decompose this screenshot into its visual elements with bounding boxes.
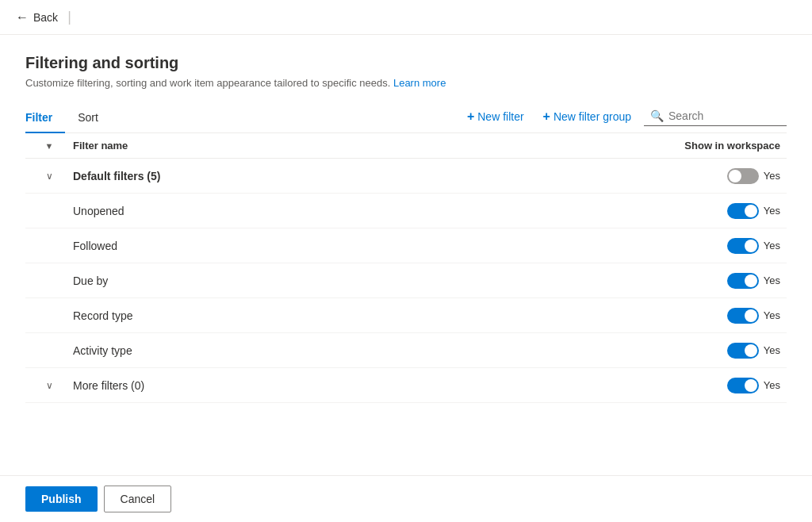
toggle-knob-activity-type bbox=[745, 344, 757, 357]
row-name-record-type: Record type bbox=[73, 309, 628, 322]
table-row: FollowedYes bbox=[25, 228, 787, 263]
page-subtitle: Customize filtering, sorting and work it… bbox=[25, 77, 787, 89]
table-header: ▼ Filter name Show in workspace bbox=[25, 133, 787, 159]
footer: Publish Cancel bbox=[0, 475, 812, 522]
tabs-left: Filter Sort bbox=[25, 105, 111, 132]
new-filter-label: New filter bbox=[477, 110, 523, 123]
toggle-more-filters[interactable] bbox=[727, 378, 759, 393]
row-name-unopened: Unopened bbox=[73, 205, 628, 217]
table-row: ∨More filters (0)Yes bbox=[25, 368, 787, 403]
row-show-followed: Yes bbox=[628, 238, 787, 254]
toggle-knob-due-by bbox=[745, 274, 757, 287]
back-arrow-icon: ← bbox=[16, 10, 29, 25]
table-row: UnopenedYes bbox=[25, 194, 787, 228]
row-show-due-by: Yes bbox=[628, 273, 787, 289]
page-title: Filtering and sorting bbox=[25, 54, 787, 72]
tabs-actions: + New filter + New filter group 🔍 bbox=[461, 106, 787, 132]
toggle-label-activity-type: Yes bbox=[764, 344, 780, 356]
toggle-record-type[interactable] bbox=[727, 308, 759, 324]
search-box: 🔍 bbox=[644, 106, 787, 126]
row-name-due-by: Due by bbox=[73, 274, 628, 287]
toggle-knob-default-filters bbox=[729, 170, 741, 182]
toggle-container-due-by: Yes bbox=[727, 273, 780, 289]
toggle-knob-unopened bbox=[745, 205, 757, 217]
toggle-label-record-type: Yes bbox=[764, 309, 780, 321]
row-show-activity-type: Yes bbox=[628, 343, 787, 359]
toggle-knob-followed bbox=[745, 240, 757, 252]
table-body: ∨Default filters (5)YesUnopenedYesFollow… bbox=[25, 159, 787, 403]
toggle-label-more-filters: Yes bbox=[764, 379, 780, 391]
row-show-more-filters: Yes bbox=[628, 378, 787, 393]
toggle-label-due-by: Yes bbox=[764, 274, 780, 286]
row-name-followed: Followed bbox=[73, 240, 628, 252]
toggle-label-followed: Yes bbox=[764, 240, 780, 251]
row-name-activity-type: Activity type bbox=[73, 344, 628, 357]
subtitle-text: Customize filtering, sorting and work it… bbox=[25, 77, 390, 89]
filter-table: ▼ Filter name Show in workspace ∨Default… bbox=[25, 133, 787, 475]
sort-icon: ▼ bbox=[45, 141, 54, 151]
page-content: Filtering and sorting Customize filterin… bbox=[0, 35, 812, 475]
plus-icon: + bbox=[467, 109, 474, 124]
toggle-default-filters[interactable] bbox=[727, 168, 759, 184]
toggle-knob-record-type bbox=[745, 309, 757, 322]
search-input[interactable] bbox=[668, 109, 779, 122]
plus-icon-2: + bbox=[543, 109, 550, 124]
publish-button[interactable]: Publish bbox=[25, 486, 98, 512]
row-chevron-default-filters[interactable]: ∨ bbox=[25, 171, 73, 182]
toggle-container-followed: Yes bbox=[727, 238, 780, 254]
table-row: Activity typeYes bbox=[25, 333, 787, 368]
toggle-unopened[interactable] bbox=[727, 203, 759, 219]
toggle-container-activity-type: Yes bbox=[727, 343, 780, 359]
toggle-container-more-filters: Yes bbox=[727, 378, 780, 393]
toggle-container-record-type: Yes bbox=[727, 308, 780, 324]
new-filter-group-label: New filter group bbox=[553, 110, 631, 123]
learn-more-link[interactable]: Learn more bbox=[393, 77, 446, 89]
table-row: Due byYes bbox=[25, 263, 787, 298]
toggle-container-unopened: Yes bbox=[727, 203, 780, 219]
col-filter-name-header: Filter name bbox=[73, 140, 628, 152]
row-name-default-filters: Default filters (5) bbox=[73, 170, 628, 182]
search-icon: 🔍 bbox=[650, 109, 664, 122]
back-button[interactable]: ← Back bbox=[16, 10, 58, 25]
tab-sort[interactable]: Sort bbox=[65, 105, 111, 133]
back-label: Back bbox=[33, 11, 58, 24]
toggle-followed[interactable] bbox=[727, 238, 759, 254]
row-show-unopened: Yes bbox=[628, 203, 787, 219]
toggle-container-default-filters: Yes bbox=[727, 168, 780, 184]
toggle-knob-more-filters bbox=[745, 379, 757, 392]
new-filter-group-button[interactable]: + New filter group bbox=[537, 106, 638, 127]
tabs-row: Filter Sort + New filter + New filter gr… bbox=[25, 105, 787, 133]
top-bar-divider: | bbox=[67, 9, 71, 25]
tab-filter[interactable]: Filter bbox=[25, 105, 65, 133]
row-show-record-type: Yes bbox=[628, 308, 787, 324]
row-show-default-filters: Yes bbox=[628, 168, 787, 184]
row-chevron-more-filters[interactable]: ∨ bbox=[25, 380, 73, 391]
toggle-label-default-filters: Yes bbox=[764, 170, 780, 182]
toggle-due-by[interactable] bbox=[727, 273, 759, 289]
table-row: ∨Default filters (5)Yes bbox=[25, 159, 787, 194]
toggle-activity-type[interactable] bbox=[727, 343, 759, 359]
row-name-more-filters: More filters (0) bbox=[73, 379, 628, 392]
col-show-header: Show in workspace bbox=[628, 140, 787, 152]
toggle-label-unopened: Yes bbox=[764, 205, 780, 217]
cancel-button[interactable]: Cancel bbox=[104, 486, 172, 512]
new-filter-button[interactable]: + New filter bbox=[461, 106, 530, 127]
table-row: Record typeYes bbox=[25, 298, 787, 333]
header-chevron-col: ▼ bbox=[25, 141, 73, 151]
top-bar: ← Back | bbox=[0, 0, 812, 35]
